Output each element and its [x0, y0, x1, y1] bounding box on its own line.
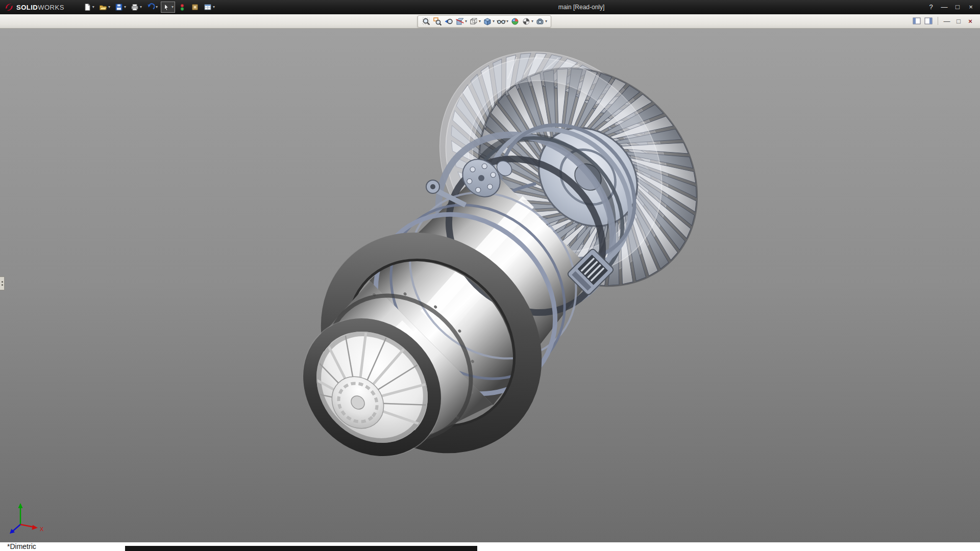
save-button[interactable]: ▾ [113, 2, 128, 13]
pane-toggle-left-icon [913, 17, 921, 24]
print-button[interactable]: ▾ [129, 2, 143, 13]
dropdown-caret-icon[interactable]: ▾ [545, 19, 547, 23]
doc-minimize-button[interactable]: — [942, 16, 951, 26]
help-button[interactable]: ? [926, 2, 936, 12]
dropdown-caret-icon[interactable]: ▾ [92, 5, 94, 9]
restore-button[interactable]: □ [952, 2, 963, 12]
apply-scene-ball-icon [522, 17, 531, 26]
select-cursor-icon [162, 3, 170, 11]
dropdown-caret-icon[interactable]: ▾ [465, 19, 467, 23]
panel-collapse-handle[interactable] [0, 277, 5, 290]
dropdown-caret-icon[interactable]: ▾ [140, 5, 142, 9]
sheet-grid-icon [204, 3, 212, 11]
solidworks-window: SOLIDWORKS ▾ ▾ ▾ ▾ [0, 0, 980, 551]
pane-toggle-right-icon [924, 17, 933, 24]
solidworks-logo: SOLIDWORKS [0, 2, 69, 12]
previous-view-icon [444, 17, 453, 26]
open-button[interactable]: ▾ [97, 2, 112, 13]
undo-button[interactable]: ▾ [145, 2, 159, 13]
taskbar-strip [125, 546, 477, 551]
hide-show-glasses-icon [497, 17, 506, 26]
status-strip: *Dimetric [0, 542, 980, 551]
dropdown-caret-icon[interactable]: ▾ [506, 19, 508, 23]
color-swatch-icon [191, 3, 199, 11]
open-folder-icon [99, 3, 107, 11]
section-view-icon [455, 17, 464, 26]
pane-toggle-right-button[interactable] [924, 16, 934, 26]
dropdown-caret-icon[interactable]: ▾ [493, 19, 495, 23]
edit-appearance-ball-icon [510, 17, 520, 26]
dropdown-caret-icon[interactable]: ▾ [213, 5, 215, 9]
dropdown-caret-icon[interactable]: ▾ [531, 19, 533, 23]
doc-restore-button[interactable]: □ [954, 16, 963, 26]
graphics-viewport[interactable]: X [0, 29, 980, 542]
new-document-icon [83, 3, 91, 11]
display-style-icon [483, 17, 492, 26]
doc-close-button[interactable]: × [966, 16, 975, 26]
view-orientation-button[interactable]: ▾ [469, 16, 481, 27]
minimize-button[interactable]: — [939, 2, 949, 12]
apply-scene-button[interactable]: ▾ [521, 16, 534, 27]
dropdown-caret-icon[interactable]: ▾ [172, 5, 174, 9]
display-style-button[interactable]: ▾ [482, 16, 495, 27]
dropdown-caret-icon[interactable]: ▾ [124, 5, 126, 9]
select-tool-button[interactable]: ▾ [161, 2, 175, 13]
zoom-to-area-icon [433, 17, 442, 26]
zoom-to-fit-button[interactable] [421, 16, 431, 27]
dropdown-caret-icon[interactable]: ▾ [156, 5, 158, 9]
document-title: main [Read-only] [558, 0, 605, 14]
undo-arrow-icon [146, 3, 155, 11]
document-window-controls: — □ × [913, 16, 975, 26]
triad-x-label: X [40, 526, 44, 532]
app-name-bold: SOLID [16, 4, 38, 11]
edit-appearance-button[interactable] [510, 16, 520, 27]
new-document-button[interactable]: ▾ [82, 2, 96, 13]
rebuild-stoplight-icon [178, 3, 186, 11]
view-orientation-icon [469, 17, 478, 26]
zoom-to-fit-icon [422, 17, 431, 26]
solidworks-swirl-icon [4, 2, 14, 12]
title-bar: SOLIDWORKS ▾ ▾ ▾ ▾ [0, 0, 980, 14]
dropdown-caret-icon[interactable]: ▾ [108, 5, 110, 9]
view-settings-camera-icon [535, 17, 545, 26]
heads-up-view-toolbar: ▾ ▾ ▾ ▾ ▾ ▾ [418, 15, 551, 28]
main-toolbar: ▾ ▾ ▾ ▾ ▾ [82, 2, 216, 13]
section-view-button[interactable]: ▾ [455, 16, 468, 27]
hide-show-items-button[interactable]: ▾ [496, 16, 509, 27]
sheet-button[interactable]: ▾ [202, 2, 216, 13]
close-button[interactable]: × [966, 2, 976, 12]
color-swatch-button[interactable] [189, 2, 201, 13]
rebuild-button[interactable] [177, 2, 188, 13]
app-name: SOLIDWORKS [16, 4, 64, 11]
dropdown-caret-icon[interactable]: ▾ [479, 19, 481, 23]
previous-view-button[interactable] [444, 16, 454, 27]
pane-toggle-left-button[interactable] [913, 16, 922, 26]
separator [938, 17, 938, 25]
view-settings-button[interactable]: ▾ [535, 16, 548, 27]
view-orientation-label: *Dimetric [7, 542, 36, 550]
save-floppy-icon [115, 3, 123, 11]
window-controls: ? — □ × [926, 2, 980, 12]
app-name-light: WORKS [38, 4, 64, 11]
zoom-to-area-button[interactable] [432, 16, 443, 27]
printer-icon [131, 3, 139, 11]
3d-scene[interactable]: X [0, 29, 980, 542]
document-toolbar-row: ▾ ▾ ▾ ▾ ▾ ▾ [0, 14, 980, 29]
